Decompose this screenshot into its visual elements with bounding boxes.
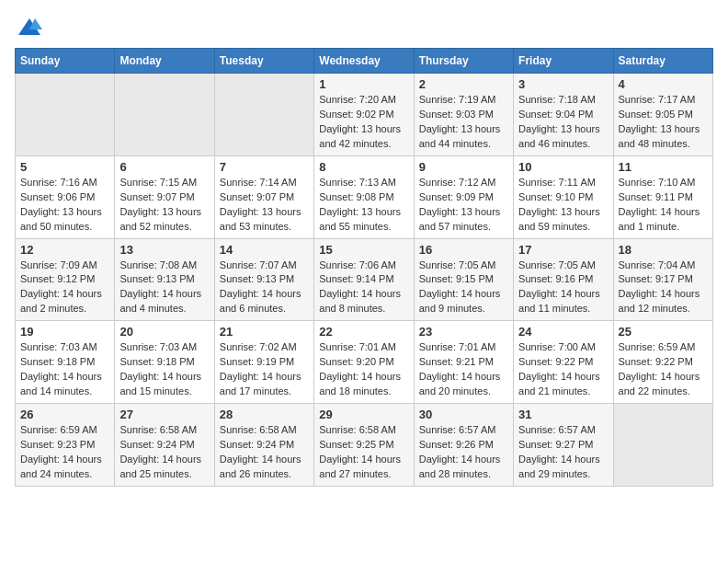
header-day-monday: Monday [115,49,214,74]
calendar-week-row: 19Sunrise: 7:03 AM Sunset: 9:18 PM Dayli… [16,321,713,404]
calendar-cell: 14Sunrise: 7:07 AM Sunset: 9:13 PM Dayli… [214,238,313,321]
calendar-cell: 13Sunrise: 7:08 AM Sunset: 9:13 PM Dayli… [115,238,214,321]
day-number: 24 [518,325,608,339]
calendar-cell: 10Sunrise: 7:11 AM Sunset: 9:10 PM Dayli… [514,155,613,238]
day-number: 3 [518,77,608,91]
day-number: 15 [319,243,408,257]
day-number: 18 [619,243,708,257]
day-info: Sunrise: 7:20 AM Sunset: 9:02 PM Dayligh… [319,93,408,152]
day-number: 4 [619,77,708,91]
calendar-cell: 30Sunrise: 6:57 AM Sunset: 9:26 PM Dayli… [414,404,513,487]
calendar-cell [613,404,712,487]
day-number: 22 [319,325,408,339]
day-info: Sunrise: 7:17 AM Sunset: 9:05 PM Dayligh… [619,93,708,152]
calendar-cell: 29Sunrise: 6:58 AM Sunset: 9:25 PM Dayli… [314,404,414,487]
calendar-cell: 12Sunrise: 7:09 AM Sunset: 9:12 PM Dayli… [16,238,115,321]
header-day-friday: Friday [514,49,613,74]
calendar-cell: 26Sunrise: 6:59 AM Sunset: 9:23 PM Dayli… [16,404,115,487]
calendar-header-row: SundayMondayTuesdayWednesdayThursdayFrid… [16,49,713,74]
page-header [15,15,713,37]
day-number: 11 [619,160,708,174]
calendar-cell: 18Sunrise: 7:04 AM Sunset: 9:17 PM Dayli… [613,238,712,321]
day-info: Sunrise: 6:59 AM Sunset: 9:22 PM Dayligh… [619,340,708,399]
calendar-cell: 8Sunrise: 7:13 AM Sunset: 9:08 PM Daylig… [314,155,414,238]
day-info: Sunrise: 7:07 AM Sunset: 9:13 PM Dayligh… [220,259,309,317]
calendar-cell [16,74,115,156]
day-info: Sunrise: 6:58 AM Sunset: 9:24 PM Dayligh… [119,423,209,482]
day-info: Sunrise: 7:02 AM Sunset: 9:19 PM Dayligh… [220,340,309,399]
logo-icon [17,15,42,40]
day-info: Sunrise: 6:57 AM Sunset: 9:27 PM Dayligh… [518,423,608,482]
day-info: Sunrise: 6:58 AM Sunset: 9:24 PM Dayligh… [220,423,309,482]
day-info: Sunrise: 7:05 AM Sunset: 9:16 PM Dayligh… [518,259,608,317]
day-info: Sunrise: 7:01 AM Sunset: 9:20 PM Dayligh… [319,340,408,399]
calendar-cell: 21Sunrise: 7:02 AM Sunset: 9:19 PM Dayli… [214,321,313,404]
calendar-cell [115,74,214,156]
header-day-tuesday: Tuesday [214,49,313,74]
day-info: Sunrise: 6:57 AM Sunset: 9:26 PM Dayligh… [419,423,508,482]
day-info: Sunrise: 6:58 AM Sunset: 9:25 PM Dayligh… [319,423,408,482]
day-info: Sunrise: 7:14 AM Sunset: 9:07 PM Dayligh… [220,176,309,235]
calendar-table: SundayMondayTuesdayWednesdayThursdayFrid… [15,48,713,487]
day-info: Sunrise: 7:12 AM Sunset: 9:09 PM Dayligh… [419,176,508,235]
day-info: Sunrise: 7:19 AM Sunset: 9:03 PM Dayligh… [419,93,508,152]
calendar-week-row: 26Sunrise: 6:59 AM Sunset: 9:23 PM Dayli… [16,404,713,487]
day-info: Sunrise: 7:13 AM Sunset: 9:08 PM Dayligh… [319,176,408,235]
day-number: 5 [20,160,109,174]
day-number: 21 [220,325,309,339]
day-number: 17 [518,243,608,257]
day-number: 30 [419,408,508,421]
calendar-cell: 19Sunrise: 7:03 AM Sunset: 9:18 PM Dayli… [16,321,115,404]
day-info: Sunrise: 7:08 AM Sunset: 9:13 PM Dayligh… [119,259,209,317]
day-info: Sunrise: 7:06 AM Sunset: 9:14 PM Dayligh… [319,259,408,317]
day-info: Sunrise: 7:00 AM Sunset: 9:22 PM Dayligh… [518,340,608,399]
calendar-cell: 16Sunrise: 7:05 AM Sunset: 9:15 PM Dayli… [414,238,513,321]
day-number: 13 [119,243,209,257]
day-number: 25 [619,325,708,339]
day-info: Sunrise: 7:03 AM Sunset: 9:18 PM Dayligh… [20,340,109,399]
day-number: 14 [220,243,309,257]
calendar-cell: 2Sunrise: 7:19 AM Sunset: 9:03 PM Daylig… [414,74,513,156]
calendar-week-row: 5Sunrise: 7:16 AM Sunset: 9:06 PM Daylig… [16,155,713,238]
day-number: 9 [419,160,508,174]
calendar-cell: 7Sunrise: 7:14 AM Sunset: 9:07 PM Daylig… [214,155,313,238]
day-info: Sunrise: 7:04 AM Sunset: 9:17 PM Dayligh… [619,259,708,317]
day-number: 20 [119,325,209,339]
day-number: 6 [119,160,209,174]
calendar-cell: 15Sunrise: 7:06 AM Sunset: 9:14 PM Dayli… [314,238,414,321]
day-info: Sunrise: 7:05 AM Sunset: 9:15 PM Dayligh… [419,259,508,317]
day-number: 29 [319,408,408,421]
day-info: Sunrise: 7:09 AM Sunset: 9:12 PM Dayligh… [20,259,109,317]
day-info: Sunrise: 7:16 AM Sunset: 9:06 PM Dayligh… [20,176,109,235]
day-number: 26 [20,408,109,421]
calendar-cell: 5Sunrise: 7:16 AM Sunset: 9:06 PM Daylig… [16,155,115,238]
day-number: 23 [419,325,508,339]
calendar-cell: 17Sunrise: 7:05 AM Sunset: 9:16 PM Dayli… [514,238,613,321]
day-info: Sunrise: 6:59 AM Sunset: 9:23 PM Dayligh… [20,423,109,482]
day-info: Sunrise: 7:11 AM Sunset: 9:10 PM Dayligh… [518,176,608,235]
calendar-cell: 1Sunrise: 7:20 AM Sunset: 9:02 PM Daylig… [314,74,414,156]
day-number: 12 [20,243,109,257]
day-info: Sunrise: 7:15 AM Sunset: 9:07 PM Dayligh… [119,176,209,235]
day-number: 7 [220,160,309,174]
calendar-cell: 20Sunrise: 7:03 AM Sunset: 9:18 PM Dayli… [115,321,214,404]
calendar-week-row: 12Sunrise: 7:09 AM Sunset: 9:12 PM Dayli… [16,238,713,321]
calendar-week-row: 1Sunrise: 7:20 AM Sunset: 9:02 PM Daylig… [16,74,713,156]
day-info: Sunrise: 7:01 AM Sunset: 9:21 PM Dayligh… [419,340,508,399]
calendar-cell: 28Sunrise: 6:58 AM Sunset: 9:24 PM Dayli… [214,404,313,487]
calendar-cell: 31Sunrise: 6:57 AM Sunset: 9:27 PM Dayli… [514,404,613,487]
calendar-cell: 25Sunrise: 6:59 AM Sunset: 9:22 PM Dayli… [613,321,712,404]
day-number: 1 [319,77,408,91]
calendar-cell: 6Sunrise: 7:15 AM Sunset: 9:07 PM Daylig… [115,155,214,238]
header-day-thursday: Thursday [414,49,513,74]
calendar-cell: 3Sunrise: 7:18 AM Sunset: 9:04 PM Daylig… [514,74,613,156]
header-day-wednesday: Wednesday [314,49,414,74]
calendar-cell: 9Sunrise: 7:12 AM Sunset: 9:09 PM Daylig… [414,155,513,238]
logo [15,15,42,37]
day-number: 19 [20,325,109,339]
calendar-cell: 22Sunrise: 7:01 AM Sunset: 9:20 PM Dayli… [314,321,414,404]
calendar-cell [214,74,313,156]
day-number: 2 [419,77,508,91]
day-number: 8 [319,160,408,174]
day-number: 27 [119,408,209,421]
